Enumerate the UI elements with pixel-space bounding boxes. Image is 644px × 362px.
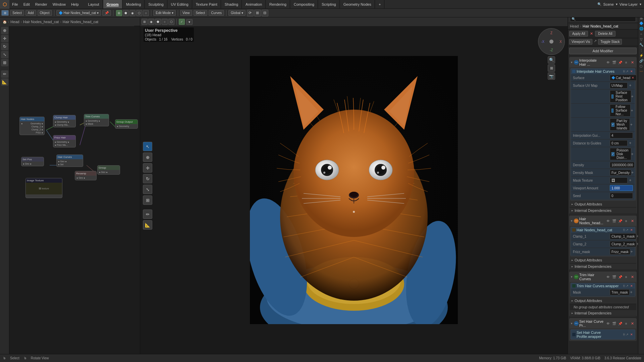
workspace-layout[interactable]: Layout: [85, 0, 103, 8]
mod2-icon-prefs[interactable]: ≡: [624, 218, 629, 224]
sidebar-icon-modifier[interactable]: 🔧: [639, 42, 644, 47]
workspace-groom[interactable]: Groom: [103, 0, 122, 8]
sidebar-icon-constraints[interactable]: 🔗: [639, 58, 644, 63]
delete-all-btn[interactable]: Delete All: [595, 31, 615, 37]
viewport-vis-btn[interactable]: Viewport Vis: [569, 39, 592, 45]
mod1-icon-prefs[interactable]: ≡: [624, 60, 629, 65]
vp-tool-move[interactable]: ✛: [143, 163, 152, 173]
pin-btn[interactable]: 📌: [102, 10, 111, 16]
mod3-icon-view[interactable]: 👁: [605, 274, 611, 280]
workspace-sculpting[interactable]: Sculpting: [145, 0, 167, 8]
workspace-geometry-nodes[interactable]: Geometry Nodes: [340, 0, 375, 8]
object-btn[interactable]: Object: [38, 10, 52, 16]
mod3-sub-close[interactable]: ✕: [630, 284, 634, 288]
vp-tool-scale[interactable]: ⤡: [143, 185, 152, 194]
workspace-shading[interactable]: Shading: [221, 0, 242, 8]
node-bottom-2[interactable]: Resamp ● Geo ●: [75, 171, 97, 180]
transform-icon-2[interactable]: ⊞: [254, 10, 261, 16]
mode-icon-2[interactable]: ⬟: [123, 10, 129, 16]
mod1-sub-copy[interactable]: ⎘: [623, 70, 625, 73]
cat-viewport-canvas[interactable]: [140, 26, 568, 354]
vp-header-btn-2[interactable]: ◉: [148, 19, 154, 25]
mod4-close[interactable]: ✕: [630, 321, 635, 326]
select-btn[interactable]: Select: [10, 10, 24, 16]
cursor-tool[interactable]: ⊕: [1, 27, 8, 34]
view-mode-btn[interactable]: ⊕: [1, 10, 9, 16]
prop-part-value[interactable]: ✓ Part by Mesh Islands: [610, 118, 630, 131]
prop-poisson-check[interactable]: ✓: [611, 152, 614, 156]
prop-viewport-value[interactable]: 1.000: [610, 185, 633, 191]
node-braids[interactable]: Trim Curves ● Geometry ● ● Mask: [84, 114, 109, 126]
prop-density-value[interactable]: 10000000.000: [610, 162, 635, 168]
workspace-rendering[interactable]: Rendering: [266, 0, 290, 8]
mod4-sub-goto[interactable]: ↗: [626, 333, 629, 336]
mode-icon-1[interactable]: ⊞: [116, 10, 122, 16]
vp-tool-select[interactable]: ↖: [143, 142, 152, 151]
menu-file[interactable]: File: [9, 0, 21, 8]
node-bottom-1[interactable]: Set Pos ● Geo ●: [21, 157, 44, 166]
menu-help[interactable]: Help: [68, 0, 82, 8]
sidebar-icon-scene[interactable]: 🌐: [639, 26, 644, 31]
mod2-internal-deps-header[interactable]: ▸ Internal Dependencies: [570, 263, 636, 269]
mod2-icon-view[interactable]: 👁: [605, 218, 611, 224]
rp-breadcrumb-current[interactable]: Hair Nodes_head_cat: [583, 24, 618, 28]
measure-tool[interactable]: 📐: [1, 78, 8, 86]
apply-all-btn[interactable]: Apply All: [569, 31, 588, 37]
mod2-icon-pin[interactable]: 📌: [618, 218, 623, 224]
viewport-vis-icon[interactable]: ↗: [594, 39, 597, 45]
prop-part-add[interactable]: +: [630, 122, 633, 127]
prop-surface-x[interactable]: ✕: [631, 76, 635, 79]
prop-seed-value[interactable]: 0: [610, 193, 633, 199]
mod3-icon-pin[interactable]: 📌: [618, 274, 623, 280]
prop-mask-add[interactable]: +: [630, 290, 633, 295]
mod3-sub-copy[interactable]: ⎘: [623, 284, 625, 288]
prop-clamp1-value[interactable]: Clump_1_mask: [610, 233, 636, 239]
mod3-icon-render[interactable]: 🎬: [611, 274, 617, 280]
mod1-icon-view[interactable]: 👁: [605, 60, 611, 65]
workspace-uv-editing[interactable]: UV Editing: [168, 0, 192, 8]
prop-frizz-value[interactable]: Frizz_mask: [610, 249, 630, 255]
toggle-stack-btn[interactable]: Toggle Stack: [598, 39, 622, 45]
mod3-internal-deps-header[interactable]: ▸ Internal Dependencies: [570, 310, 636, 316]
mode-icon-3[interactable]: ◉: [129, 10, 136, 16]
sidebar-icon-hair[interactable]: 〰: [639, 69, 644, 74]
mod3-output-attrs-header[interactable]: ▸ Output Attributes: [570, 298, 636, 304]
prop-surface-value[interactable]: 🔷 Cat_head ✕: [610, 75, 637, 81]
vp-tool-annotate[interactable]: ✏: [143, 209, 152, 219]
breadcrumb-hair-nodes-1[interactable]: Hair Nodes_head_cat: [23, 20, 59, 24]
mod1-sub-close[interactable]: ✕: [630, 70, 634, 73]
workspace-texture-paint[interactable]: Texture Paint: [193, 0, 221, 8]
prop-poisson-value[interactable]: ✓ Poisson Disk Distri...: [610, 148, 631, 160]
prop-rest-check[interactable]: [611, 95, 613, 99]
mod1-close[interactable]: ✕: [630, 60, 635, 65]
mode-icon-5[interactable]: ○: [143, 10, 149, 16]
prop-mask-tex-add[interactable]: +: [628, 178, 633, 183]
node-hair-nodes[interactable]: Hair Nodes ●Geometry ● Clump_1 ● Clump_2…: [19, 117, 45, 135]
mod1-output-attrs-header[interactable]: ▸ Output Attributes: [570, 201, 636, 207]
node-clump[interactable]: Clump Hair ● Geometry ● ● Clump Ma...: [53, 115, 76, 127]
move-tool[interactable]: ✛: [1, 35, 8, 42]
prop-interp-value[interactable]: 4: [610, 132, 633, 138]
mod2-close[interactable]: ✕: [630, 218, 635, 224]
node-frizz[interactable]: Frizz Hair ● Geometry ● ● Frizz Ma...: [53, 135, 76, 147]
nav-btn-ortho[interactable]: ⊞: [548, 64, 555, 72]
transform-icon-3[interactable]: ⊟: [262, 10, 268, 16]
add-btn[interactable]: Add: [25, 10, 36, 16]
vp-tool-transform[interactable]: ⊞: [143, 195, 152, 205]
nav-btn-zoom-in[interactable]: 🔍: [548, 56, 555, 64]
sidebar-icon-world[interactable]: ○: [639, 32, 644, 36]
mod1-icon-render[interactable]: 🎬: [611, 60, 617, 65]
mod4-sub-close[interactable]: ✕: [630, 333, 634, 336]
edit-mode-dropdown[interactable]: Edit Mode ▾: [153, 10, 176, 16]
workspace-scripting[interactable]: Scripting: [318, 0, 340, 8]
mod2-output-attrs-header[interactable]: ▸ Output Attributes: [570, 257, 636, 263]
sidebar-icon-physics[interactable]: ⚡: [639, 53, 644, 58]
prop-follow-check[interactable]: [611, 109, 613, 113]
menu-window[interactable]: Window: [50, 0, 68, 8]
prop-mask-tex-value[interactable]: 🖼: [610, 177, 628, 183]
transform-icon-1[interactable]: ⟳: [247, 10, 254, 16]
prop-clamp2-value[interactable]: Clump_2_mask: [610, 241, 636, 247]
menu-render[interactable]: Render: [33, 0, 50, 8]
mod2-sub-goto[interactable]: ↗: [626, 228, 629, 232]
sidebar-icon-object[interactable]: ▽: [639, 37, 644, 42]
